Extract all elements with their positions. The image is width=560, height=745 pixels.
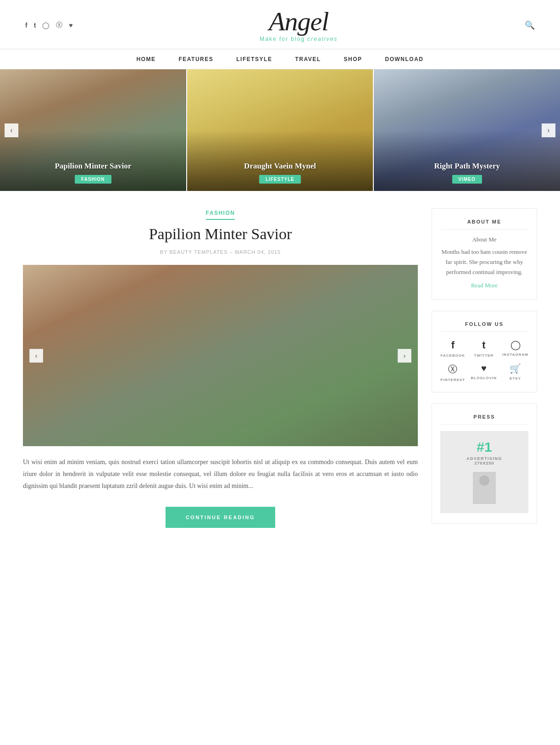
follow-pinterest[interactable]: Ⓧ PINTEREST (440, 363, 466, 382)
article-category-wrap: FASHION (23, 208, 418, 220)
article-meta: BY BEAUTY TEMPLATES – MARCH 04, 2015 (23, 249, 418, 255)
search-icon[interactable]: 🔍 (525, 20, 535, 30)
logo-tagline: Make for blog creatives (73, 36, 525, 42)
pinterest-label: PINTEREST (440, 378, 465, 382)
press-figure (473, 472, 496, 504)
nav-features[interactable]: FEATURES (178, 56, 213, 62)
slide-1: Papilion Minter Savior FASHION (0, 69, 186, 191)
article-meta-dash: – (230, 249, 235, 255)
slide-3-badge: VIMEO (452, 175, 482, 184)
main-nav: HOME FEATURES LIFETSYLE TRAVEL SHOP DOWN… (0, 49, 560, 69)
main-layout: FASHION Papilion Minter Savior BY BEAUTY… (0, 191, 560, 564)
follow-twitter[interactable]: t TWITTER (471, 339, 497, 358)
etsy-icon: 🛒 (510, 363, 521, 374)
press-ad-label: ADVERTISING (466, 456, 502, 461)
slide-2-title: Draught Vaein Mynel (194, 162, 366, 171)
press-ad-size: 270X250 (474, 461, 494, 465)
press-ad-block: #1 ADVERTISING 270X250 (440, 431, 528, 513)
slide-3-overlay: Right Path Mystery VIMEO (374, 156, 560, 191)
article-img-next[interactable]: › (398, 349, 411, 363)
slide-1-title: Papilion Minter Savior (7, 162, 179, 171)
instagram-label: INSTAGRAM (502, 353, 528, 357)
social-twitter[interactable]: t (34, 22, 36, 29)
slide-3: Right Path Mystery VIMEO (374, 69, 560, 191)
bloglovin-icon: ♥ (481, 363, 487, 374)
about-text: Months had too ham cousin remove far spi… (440, 247, 528, 277)
about-heading: About Me (440, 236, 528, 243)
article-meta-date: MARCH 04, 2015 (235, 249, 281, 255)
slide-1-overlay: Papilion Minter Savior FASHION (0, 156, 186, 191)
twitter-label: TWITTER (474, 353, 494, 358)
bloglovin-label: BLOGLOVIN (471, 376, 497, 380)
article-meta-by: BY BEAUTY TEMPLATES (160, 249, 228, 255)
article-img-prev[interactable]: ‹ (29, 349, 43, 363)
header: f t ◯ Ⓧ ♥ Angel Make for blog creatives … (0, 0, 560, 49)
follow-instagram[interactable]: ◯ INSTAGRAM (502, 339, 528, 358)
facebook-label: FACEBOOK (441, 353, 465, 358)
slide-2: Draught Vaein Mynel LIFESTYLE (186, 69, 374, 191)
article-body: Ut wisi enim ad minim veniam, quis nostr… (23, 456, 418, 492)
slider-next-arrow[interactable]: › (542, 123, 555, 137)
instagram-icon: ◯ (510, 339, 521, 350)
nav-lifestyle[interactable]: LIFETSYLE (236, 56, 272, 62)
about-widget: ABOUT ME About Me Months had too ham cou… (432, 208, 537, 300)
article-title: Papilion Minter Savior (23, 225, 418, 243)
logo-title: Angel (73, 8, 525, 35)
etsy-label: ETSY (510, 376, 521, 381)
continue-btn-wrap: COnTInuE READING (23, 507, 418, 528)
slide-2-overlay: Draught Vaein Mynel LIFESTYLE (187, 156, 373, 191)
hero-slider: ‹ Papilion Minter Savior FASHION Draught… (0, 69, 560, 191)
sidebar: ABOUT ME About Me Months had too ham cou… (432, 208, 537, 546)
slider-prev-arrow[interactable]: ‹ (5, 123, 18, 137)
slide-3-title: Right Path Mystery (381, 162, 553, 171)
twitter-icon: t (482, 339, 485, 351)
facebook-icon: f (451, 339, 455, 351)
about-widget-title: ABOUT ME (440, 219, 528, 230)
pinterest-icon: Ⓧ (448, 363, 457, 375)
follow-widget: FOLLOW US f FACEBOOK t TWITTER ◯ INSTAGR… (432, 311, 537, 392)
nav-home[interactable]: HOME (136, 56, 155, 62)
press-widget-title: PRESS (440, 414, 528, 425)
follow-bloglovin[interactable]: ♥ BLOGLOVIN (471, 363, 497, 382)
follow-etsy[interactable]: 🛒 ETSY (502, 363, 528, 382)
slide-2-badge: LIFESTYLE (259, 175, 301, 184)
continue-reading-button[interactable]: COnTInuE READING (166, 507, 275, 528)
article-category: FASHION (206, 210, 235, 220)
nav-download[interactable]: DOWNLOAD (385, 56, 424, 62)
social-pinterest[interactable]: Ⓧ (56, 21, 62, 29)
header-logo: Angel Make for blog creatives (73, 8, 525, 42)
follow-facebook[interactable]: f FACEBOOK (440, 339, 466, 358)
article-image-slider: ‹ › (23, 265, 418, 446)
social-bloglovin[interactable]: ♥ (69, 22, 72, 29)
press-number: #1 (477, 440, 492, 454)
main-content: FASHION Papilion Minter Savior BY BEAUTY… (23, 208, 418, 546)
article-main-image (23, 265, 418, 446)
press-widget: PRESS #1 ADVERTISING 270X250 (432, 403, 537, 524)
social-instagram[interactable]: ◯ (42, 22, 50, 29)
nav-shop[interactable]: SHOP (344, 56, 362, 62)
about-read-more[interactable]: Read More (471, 282, 498, 289)
follow-grid: f FACEBOOK t TWITTER ◯ INSTAGRAM Ⓧ PINTE… (440, 339, 528, 382)
slide-1-badge: FASHION (75, 175, 111, 184)
nav-travel[interactable]: TRAVEL (295, 56, 321, 62)
header-social: f t ◯ Ⓧ ♥ (25, 21, 73, 29)
social-facebook[interactable]: f (25, 22, 28, 29)
follow-widget-title: FOLLOW US (440, 321, 528, 332)
